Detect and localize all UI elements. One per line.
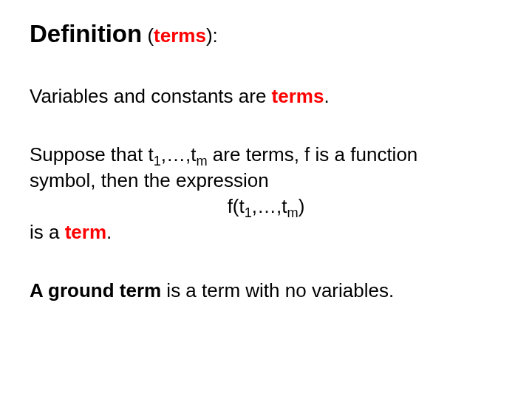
- heading-colon: :: [213, 24, 218, 47]
- p2-line4: is a term.: [30, 219, 502, 245]
- slide: Definition (terms): Variables and consta…: [0, 0, 532, 304]
- p2-l3-sub1: 1: [245, 205, 252, 220]
- paren-close: ): [206, 24, 213, 47]
- p2-l3b: ,…,t: [252, 195, 287, 217]
- p2-l1a: Suppose that t: [30, 143, 154, 166]
- paragraph-3: A ground term is a term with no variable…: [30, 278, 502, 304]
- definition-heading: Definition (terms):: [30, 18, 502, 51]
- p2-l1-subm: m: [196, 154, 207, 168]
- p2-term-bold: term: [65, 221, 106, 243]
- paragraph-2: Suppose that t1,…,tm are terms, f is a f…: [30, 142, 502, 245]
- p2-l1c: are terms, f is a function: [208, 143, 418, 166]
- p2-l3a: f(t: [228, 195, 245, 217]
- p1-text-c: .: [324, 85, 329, 107]
- terms-keyword: terms: [154, 24, 206, 47]
- paren-open: (: [142, 24, 154, 47]
- paragraph-1: Variables and constants are terms.: [30, 83, 502, 109]
- p2-l1b: ,…,t: [161, 143, 197, 166]
- p2-line2: symbol, then the expression: [30, 168, 502, 194]
- ground-term-bold: A ground term: [30, 279, 161, 301]
- p2-l4a: is a: [30, 221, 65, 243]
- p2-line1: Suppose that t1,…,tm are terms, f is a f…: [30, 142, 502, 168]
- p3-text-b: is a term with no variables.: [161, 279, 394, 301]
- p2-l3-subm: m: [287, 205, 299, 220]
- p2-line3-expression: f(t1,…,tm): [30, 194, 502, 219]
- definition-label: Definition: [30, 20, 142, 47]
- p1-terms-bold: terms: [272, 85, 324, 107]
- p2-l4c: .: [106, 221, 112, 243]
- p2-l1-sub1: 1: [154, 154, 161, 168]
- p2-l3c: ): [299, 195, 305, 217]
- p1-text-a: Variables and constants are: [30, 85, 272, 107]
